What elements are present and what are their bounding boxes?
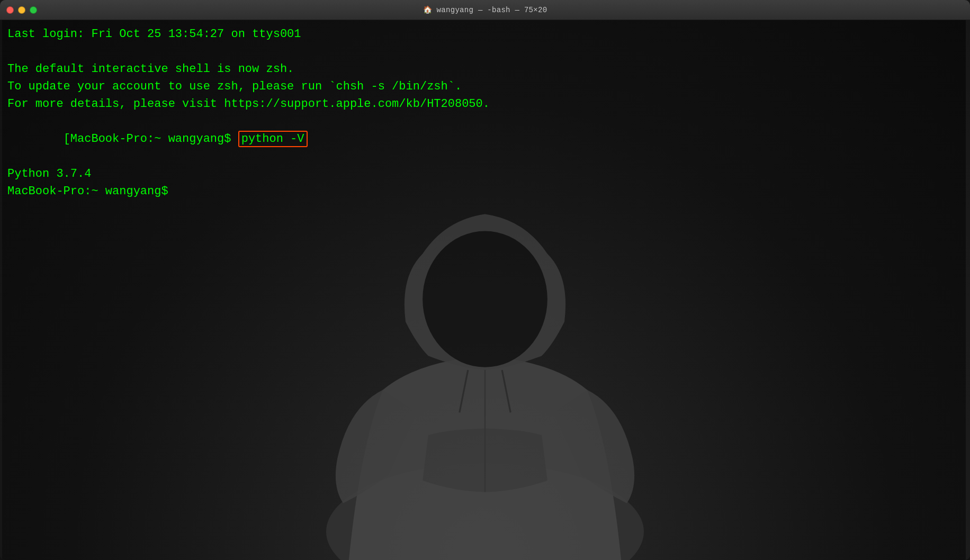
window-title: 🏠 wangyang — -bash — 75×20 [423, 5, 547, 14]
empty-line-1 [7, 43, 963, 60]
traffic-lights [6, 6, 37, 14]
close-button[interactable] [6, 6, 14, 14]
terminal-window: 🏠 wangyang — -bash — 75×20 [0, 0, 970, 560]
python-version-line: Python 3.7.4 [7, 165, 963, 183]
last-login-line: Last login: Fri Oct 25 13:54:27 on ttys0… [7, 25, 963, 43]
minimize-button[interactable] [18, 6, 25, 14]
prompt-line-2: MacBook-Pro:~ wangyang$ [7, 183, 963, 200]
scrollbar-right[interactable] [966, 20, 970, 560]
terminal-body[interactable]: Last login: Fri Oct 25 13:54:27 on ttys0… [0, 20, 970, 560]
prompt-text: [MacBook-Pro:~ wangyang$ [64, 132, 238, 146]
command-highlight: python -V [238, 131, 308, 147]
scrollbar-left [0, 20, 2, 560]
prompt-line-1: [MacBook-Pro:~ wangyang$ python -V [7, 113, 963, 165]
update-account-line: To update your account to use zsh, pleas… [7, 78, 963, 95]
terminal-content: Last login: Fri Oct 25 13:54:27 on ttys0… [0, 20, 970, 560]
more-details-line: For more details, please visit https://s… [7, 95, 963, 113]
default-shell-line: The default interactive shell is now zsh… [7, 60, 963, 78]
maximize-button[interactable] [30, 6, 37, 14]
titlebar: 🏠 wangyang — -bash — 75×20 [0, 0, 970, 20]
